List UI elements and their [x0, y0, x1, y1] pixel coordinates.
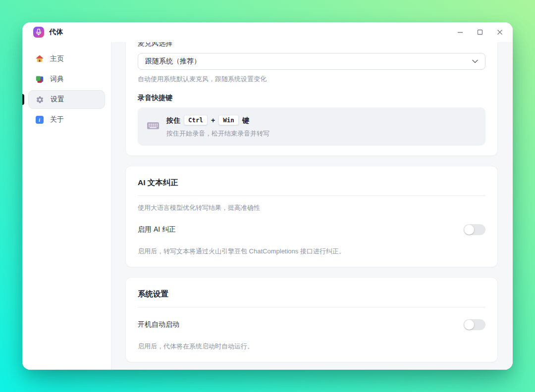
sidebar-item-label: 主页 [50, 54, 64, 63]
active-indicator [22, 94, 24, 105]
close-button[interactable] [490, 25, 510, 40]
hotkey-combo: 按住 Ctrl + Win 键 [166, 115, 269, 125]
titlebar: 代体 [22, 22, 513, 42]
sidebar-item-settings[interactable]: 设置 [28, 90, 105, 109]
maximize-icon [477, 29, 483, 35]
sidebar-item-home[interactable]: 主页 [28, 49, 105, 68]
autostart-toggle[interactable] [464, 319, 485, 330]
hotkey-key-win: Win [218, 115, 239, 125]
window-body: 主页 词典 设置 [22, 42, 513, 370]
ai-correction-toggle-row: 启用 AI 纠正 [138, 224, 485, 235]
system-settings-title: 系统设置 [138, 289, 485, 299]
app-logo-icon [33, 27, 44, 38]
hotkey-prefix: 按住 [166, 115, 180, 125]
dictionary-icon [35, 75, 44, 84]
microphone-icon [36, 29, 42, 36]
home-icon [35, 54, 44, 64]
app-window: 代体 [22, 22, 513, 370]
sidebar-item-label: 设置 [51, 95, 64, 104]
hotkey-panel: 按住 Ctrl + Win 键 按住开始录音，松开结束录音并转写 [138, 107, 485, 146]
hotkey-label: 录音快捷键 [138, 93, 485, 102]
info-icon: i [35, 115, 44, 125]
divider [138, 196, 485, 196]
ai-correction-title: AI 文本纠正 [138, 177, 485, 188]
close-icon [497, 29, 503, 35]
ai-correction-description: 使用大语言模型优化转写结果，提高准确性 [138, 203, 485, 212]
ai-correction-toggle-label: 启用 AI 纠正 [138, 225, 176, 234]
microphone-help-text: 自动使用系统默认麦克风，跟随系统设置变化 [138, 75, 485, 84]
settings-content: 麦克风选择 跟随系统（推荐） 自动使用系统默认麦克风，跟随系统设置变化 录音快捷… [111, 42, 513, 370]
sidebar-item-label: 关于 [50, 115, 64, 124]
hotkey-suffix: 键 [242, 115, 249, 125]
recording-settings-card: 麦克风选择 跟随系统（推荐） 自动使用系统默认麦克风，跟随系统设置变化 录音快捷… [125, 42, 498, 156]
app-title: 代体 [49, 28, 63, 37]
system-settings-card: 系统设置 开机自动启动 启用后，代体将在系统启动时自动运行。 [125, 277, 498, 362]
microphone-select-label: 麦克风选择 [138, 42, 485, 48]
toggle-knob [464, 320, 474, 330]
maximize-button[interactable] [470, 25, 490, 40]
sidebar: 主页 词典 设置 [22, 42, 111, 370]
chevron-down-icon [472, 59, 478, 63]
sidebar-item-label: 词典 [50, 75, 64, 84]
hotkey-info: 按住 Ctrl + Win 键 按住开始录音，松开结束录音并转写 [166, 115, 269, 138]
microphone-select[interactable]: 跟随系统（推荐） [138, 53, 485, 70]
toggle-knob [464, 225, 474, 235]
minimize-icon [457, 29, 463, 35]
hotkey-key-ctrl: Ctrl [184, 115, 208, 125]
sidebar-item-dictionary[interactable]: 词典 [28, 70, 105, 89]
autostart-toggle-row: 开机自动启动 [138, 319, 485, 330]
autostart-help-text: 启用后，代体将在系统启动时自动运行。 [138, 342, 485, 351]
ai-correction-help-text: 启用后，转写文本将通过火山引擎豆包 ChatCompletions 接口进行纠正… [138, 247, 485, 256]
divider [138, 307, 485, 307]
ai-correction-toggle[interactable] [464, 224, 485, 235]
ai-correction-card: AI 文本纠正 使用大语言模型优化转写结果，提高准确性 启用 AI 纠正 启用后… [125, 166, 498, 267]
hotkey-help-text: 按住开始录音，松开结束录音并转写 [166, 129, 269, 138]
hotkey-plus: + [211, 115, 215, 125]
sidebar-item-about[interactable]: i 关于 [28, 110, 105, 129]
microphone-selected-option: 跟随系统（推荐） [145, 57, 472, 66]
minimize-button[interactable] [450, 25, 470, 40]
keyboard-icon [147, 121, 160, 132]
autostart-toggle-label: 开机自动启动 [138, 320, 179, 329]
gear-icon [35, 95, 45, 104]
